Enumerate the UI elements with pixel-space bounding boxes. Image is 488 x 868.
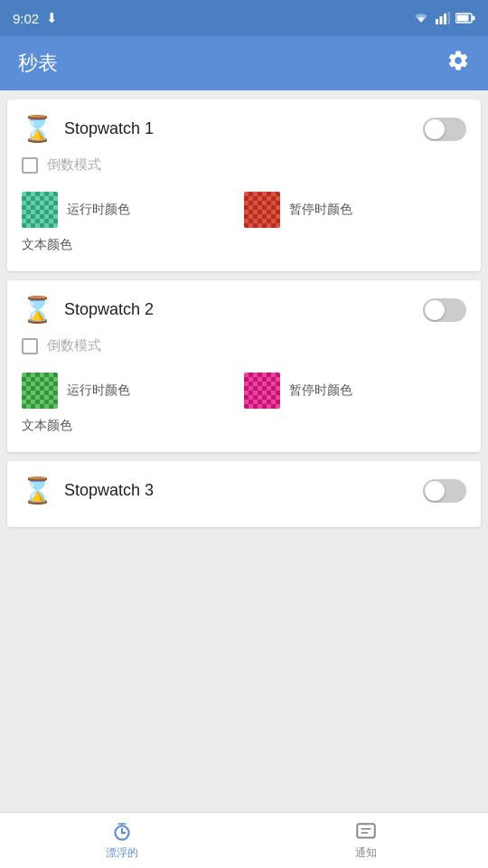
card-title-row-2: ⌛ Stopwatch 2 [22,295,154,325]
nav-label-floating: 漂浮的 [106,845,138,861]
hourglass-icon-3: ⌛ [22,476,53,505]
status-time: 9:02 [13,11,39,26]
sw2-color-row: 运行时颜色 暂停时颜色 [22,373,466,409]
sw1-stop-color-label: 暂停时颜色 [289,202,352,218]
status-bar: 9:02 ⬇ [0,0,488,36]
stopwatch-card-2: ⌛ Stopwatch 2 倒数模式 运行时颜色 暂停时颜色 文本颜色 [7,280,481,452]
card-header-2: ⌛ Stopwatch 2 [22,295,466,325]
page-title: 秒表 [18,50,58,77]
svg-rect-9 [357,824,375,837]
sw1-toggle-knob [425,119,445,139]
gear-icon [446,49,470,72]
sw2-toggle-knob [425,300,445,320]
card-title-row-3: ⌛ Stopwatch 3 [22,476,154,505]
settings-button[interactable] [446,49,470,78]
card-title-row-1: ⌛ Stopwatch 1 [22,114,154,144]
hourglass-icon-1: ⌛ [22,114,53,144]
sw2-stop-color-item[interactable]: 暂停时颜色 [244,373,466,409]
hourglass-icon-2: ⌛ [22,295,53,325]
sw2-run-color-item[interactable]: 运行时颜色 [22,373,244,409]
sw2-countdown-row: 倒数模式 [22,337,466,354]
sw1-toggle[interactable] [423,118,466,141]
stopwatch-card-3: ⌛ Stopwatch 3 [7,461,481,527]
svg-rect-2 [444,14,446,24]
svg-rect-1 [440,16,443,24]
card-header-3: ⌛ Stopwatch 3 [22,476,466,505]
stopwatch-card-1: ⌛ Stopwatch 1 倒数模式 运行时颜色 暂停时颜色 文本颜色 [7,99,481,271]
sw2-run-color-label: 运行时颜色 [67,382,130,399]
sw2-stop-color-swatch [244,373,280,409]
sw3-title: Stopwatch 3 [64,481,154,500]
sw1-countdown-row: 倒数模式 [22,156,466,174]
sw3-toggle-knob [425,481,445,501]
nav-item-floating[interactable]: 漂浮的 [0,813,244,868]
download-icon: ⬇ [46,10,58,26]
nav-item-notify[interactable]: 通知 [244,813,488,868]
app-header: 秒表 [0,36,488,90]
status-bar-left: 9:02 ⬇ [13,10,58,26]
sw1-countdown-label: 倒数模式 [47,156,101,174]
sw2-text-color-label: 文本颜色 [22,418,72,434]
sw2-text-color-row[interactable]: 文本颜色 [22,418,466,434]
sw1-stop-color-swatch [244,192,280,228]
svg-rect-6 [473,16,475,21]
svg-rect-0 [436,19,438,24]
sw1-stop-color-item[interactable]: 暂停时颜色 [244,192,466,228]
sw2-stop-color-label: 暂停时颜色 [289,382,352,399]
battery-icon [455,13,475,24]
nav-label-notify: 通知 [355,845,377,861]
sw2-run-color-swatch [22,373,58,409]
card-header-1: ⌛ Stopwatch 1 [22,114,466,144]
bottom-nav: 漂浮的 通知 [0,812,488,868]
wifi-icon [412,12,430,24]
sw1-run-color-label: 运行时颜色 [67,202,130,218]
sw1-text-color-label: 文本颜色 [22,237,72,253]
sw1-run-color-item[interactable]: 运行时颜色 [22,192,244,228]
svg-rect-5 [457,15,469,22]
sw3-toggle[interactable] [423,479,466,503]
status-bar-right [412,12,475,24]
svg-rect-3 [448,12,451,24]
sw2-title: Stopwatch 2 [64,300,154,319]
sw1-run-color-swatch [22,192,58,228]
sw2-countdown-checkbox[interactable] [22,338,38,354]
svg-rect-8 [120,823,124,825]
signal-icon [436,12,450,24]
sw1-countdown-checkbox[interactable] [22,157,38,174]
main-scroll: ⌛ Stopwatch 1 倒数模式 运行时颜色 暂停时颜色 文本颜色 [0,90,488,812]
notify-nav-icon [354,820,378,844]
sw1-color-row: 运行时颜色 暂停时颜色 [22,192,466,228]
stopwatch-nav-icon [110,820,134,844]
sw1-text-color-row[interactable]: 文本颜色 [22,237,466,253]
sw1-title: Stopwatch 1 [64,119,154,138]
sw2-countdown-label: 倒数模式 [47,337,101,354]
sw2-toggle[interactable] [423,298,466,322]
